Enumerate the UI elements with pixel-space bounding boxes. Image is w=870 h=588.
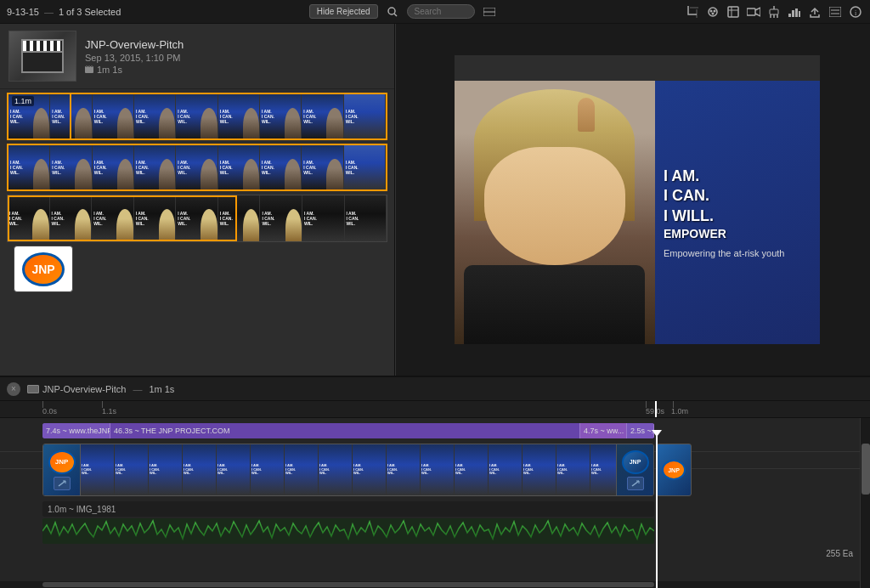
svg-text:i: i <box>855 9 857 17</box>
scrollbar-thumb[interactable] <box>42 582 654 587</box>
frame: I AM.I CAN.WIL. <box>344 94 386 139</box>
frame: I AM.I CAN.WIL. <box>134 94 176 139</box>
preview-text-1: I AM. <box>664 167 811 186</box>
svg-point-7 <box>714 9 716 12</box>
ruler-mark-0: 0.0s <box>42 407 57 416</box>
frame: I AM.I CAN.WIL. <box>344 145 386 189</box>
color-icon[interactable] <box>705 4 720 20</box>
toolbar-left: 9-13-15 — 1 of 3 Selected <box>7 7 121 17</box>
diagonal-arrows-icon-2 <box>631 480 640 487</box>
search-input[interactable] <box>407 4 475 19</box>
audio-track-label: 1.0m ~ IMG_1981 <box>42 501 654 517</box>
waveform-svg <box>42 518 654 544</box>
svg-rect-21 <box>799 11 800 17</box>
transform-icon[interactable] <box>726 4 741 20</box>
mini-frame: I AM.I CAN.WIL. <box>523 444 556 495</box>
film-icon <box>85 65 93 74</box>
timeline-title-text: JNP-Overview-Pitch <box>42 384 126 394</box>
background-figure <box>578 98 595 132</box>
grid-view-icon[interactable] <box>482 4 497 20</box>
timeline-section: × JNP-Overview-Pitch — 1m 1s 0.0s 1.1s 5… <box>0 376 870 588</box>
timeline-scrollbar[interactable] <box>0 581 870 588</box>
diagonal-arrows-icon <box>58 480 66 487</box>
list-icon[interactable] <box>828 4 843 20</box>
mini-frame: I AM.I CAN.WIL. <box>556 444 590 495</box>
frame: I AM.I CAN.WIL. <box>134 145 176 189</box>
file-title: JNP-Overview-Pitch <box>85 38 386 51</box>
video-track[interactable]: JNP I AM.I CAN.WIL. I AM.I CAN.WIL. I AM… <box>42 444 654 496</box>
search-icon[interactable] <box>385 4 400 20</box>
frame: I AM.I CAN.WIL. <box>50 195 93 241</box>
frame: I AM.I CAN.WIL. <box>218 145 260 189</box>
timeline-close-button[interactable]: × <box>7 382 20 396</box>
info-icon[interactable]: i <box>848 4 863 20</box>
file-thumbnail <box>8 31 76 82</box>
mini-frame: I AM.I CAN.WIL. <box>421 444 455 495</box>
svg-rect-20 <box>795 8 798 17</box>
mini-frame: I AM.I CAN.WIL. <box>149 444 183 495</box>
mini-frame: I AM.I CAN.WIL. <box>489 444 523 495</box>
preview-bg: I AM. I CAN. I WILL. EMPOWER Empowering … <box>455 81 820 344</box>
preview-small-text: Empowering the at-risk youth <box>664 248 811 258</box>
crop-icon[interactable] <box>685 4 700 20</box>
track-end-badge <box>627 477 644 490</box>
mini-frame: I AM.I CAN.WIL. <box>251 444 285 495</box>
timeline-ruler: 0.0s 1.1s 59.0s 1.0m <box>0 401 870 418</box>
frame: I AM.I CAN.WIL. <box>302 145 343 189</box>
timeline-film-icon <box>27 385 39 393</box>
filmstrip-row-1[interactable]: 1.1m I AM.I CAN.WIL. I AM.I CAN.WIL. I A… <box>7 93 387 140</box>
frame: I AM.I CAN.WIL. <box>260 195 302 241</box>
mini-frame: I AM.I CAN.WIL. <box>285 444 319 495</box>
frame: I AM.I CAN.WIL. <box>260 94 302 139</box>
title-segment-2: 46.3s ~ THE JNP PROJECT.COM <box>110 423 580 438</box>
audio-waveform <box>42 518 654 544</box>
frame: I AM.I CAN.WIL. <box>50 145 92 189</box>
mini-frame: I AM.I CAN.WIL. <box>455 444 489 495</box>
track-icon-badge <box>54 477 71 490</box>
frame: I AM.I CAN.WIL. <box>302 195 345 241</box>
position-label: 255 Ea <box>826 549 853 558</box>
mini-frame: I AM.I CAN.WIL. <box>81 444 115 495</box>
preview-text-4: EMPOWER <box>664 226 811 241</box>
main-area: JNP-Overview-Pitch Sep 13, 2015, 1:10 PM… <box>0 24 870 376</box>
timeline-body: 7.4s ~ www.theJNProje... 46.3s ~ THE JNP… <box>0 418 870 588</box>
filmstrip-frames-1: I AM.I CAN.WIL. I AM.I CAN.WIL. I AM.I C… <box>8 94 386 139</box>
person-body <box>464 265 645 344</box>
bars-icon[interactable] <box>787 4 802 20</box>
preview-video[interactable]: I AM. I CAN. I WILL. EMPOWER Empowering … <box>455 81 820 344</box>
svg-rect-30 <box>88 65 90 67</box>
title-track[interactable]: 7.4s ~ www.theJNProje... 46.3s ~ THE JNP… <box>42 423 654 438</box>
position-value: 255 Ea <box>826 549 853 558</box>
right-scrollbar[interactable] <box>860 418 870 588</box>
right-scroll-thumb[interactable] <box>862 444 870 495</box>
browser-scrollbar[interactable] <box>395 24 404 376</box>
svg-point-6 <box>710 9 713 12</box>
svg-point-8 <box>712 12 715 14</box>
filmstrip-row-3[interactable]: I AM.I CAN.WIL. I AM.I CAN.WIL. I AM.I C… <box>7 195 387 242</box>
file-header: JNP-Overview-Pitch Sep 13, 2015, 1:10 PM… <box>0 24 394 89</box>
frame: I AM.I CAN.WIL. <box>176 195 218 241</box>
file-duration: 1m 1s <box>85 65 386 75</box>
svg-line-33 <box>632 481 639 486</box>
jnp-logo: JNP <box>22 252 65 286</box>
svg-rect-28 <box>85 66 93 73</box>
person-face <box>484 147 625 266</box>
svg-line-32 <box>59 481 65 486</box>
ruler-mark-1: 1.1s <box>102 407 116 416</box>
filmstrip-row-2[interactable]: I AM.I CAN.WIL. I AM.I CAN.WIL. I AM.I C… <box>7 144 387 191</box>
hide-rejected-button[interactable]: Hide Rejected <box>309 4 378 19</box>
duration-text: 1m 1s <box>97 65 122 75</box>
audio-icon[interactable] <box>766 4 782 20</box>
video-cam-icon[interactable] <box>746 4 761 20</box>
timeline-playhead[interactable] <box>656 435 658 588</box>
frame: I AM.I CAN.WIL. <box>8 145 50 189</box>
svg-point-0 <box>388 8 395 14</box>
frame: I AM.I CAN.WIL. <box>260 145 302 189</box>
frame: I AM.I CAN.WIL. <box>92 195 134 241</box>
share-icon[interactable] <box>807 4 822 20</box>
extra-clip-logo: JNP <box>662 460 686 480</box>
extra-clip[interactable]: JNP <box>656 444 692 496</box>
frame: I AM.I CAN.WIL. <box>176 94 218 139</box>
track-end-logo: JNP <box>622 450 649 474</box>
logo-thumbnail[interactable]: JNP <box>14 246 73 292</box>
